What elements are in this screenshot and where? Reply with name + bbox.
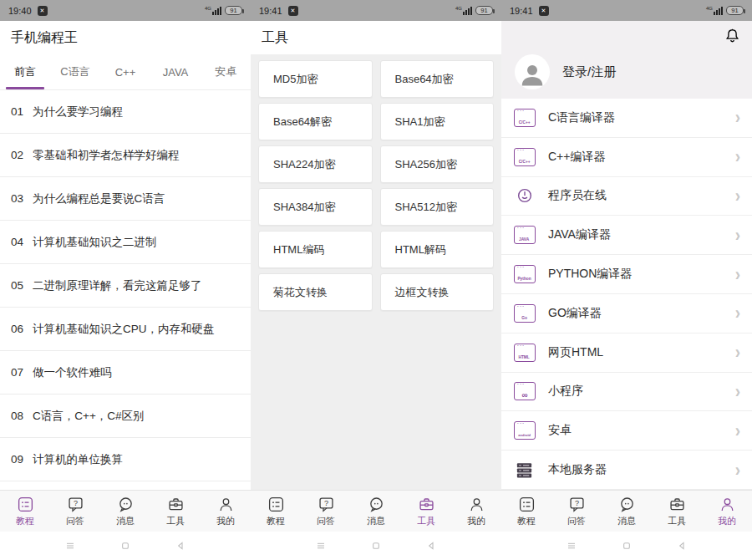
tools-list: ···C/C++ C语言编译器 › ···C/C++ C++编译器 › 程序员在… (501, 99, 752, 490)
login-register-label: 登录/注册 (562, 64, 616, 80)
briefcase-icon (418, 496, 435, 513)
bell-icon[interactable] (724, 27, 741, 44)
row-c-compiler[interactable]: ···C/C++ C语言编译器 › (501, 99, 752, 138)
nav-tools[interactable]: 工具 (652, 491, 702, 532)
tutorial-icon (267, 496, 285, 513)
status-time: 19:40 (8, 6, 32, 16)
row-go-compiler[interactable]: ···Go GO编译器 › (501, 294, 752, 333)
code-window-icon: ···Go (514, 304, 536, 323)
tab-cpp[interactable]: C++ (100, 54, 150, 89)
lesson-row[interactable]: 06计算机基础知识之CPU，内存和硬盘 (0, 308, 251, 351)
status-time: 19:41 (259, 6, 282, 16)
tool-border-text[interactable]: 边框文转换 (380, 273, 495, 311)
chevron-right-icon: › (735, 226, 740, 245)
briefcase-icon (668, 496, 686, 513)
tab-c-language[interactable]: C语言 (50, 54, 100, 89)
tab-java[interactable]: JAVA (150, 54, 201, 89)
lesson-row[interactable]: 01为什么要学习编程 (0, 90, 251, 134)
mini-program-icon: ···∞ (514, 382, 536, 400)
nav-messages[interactable]: 消息 (100, 491, 150, 532)
tool-sha512-encrypt[interactable]: SHA512加密 (380, 188, 495, 226)
nav-tools[interactable]: 工具 (150, 491, 201, 532)
login-register-row[interactable]: 登录/注册 (501, 21, 752, 89)
tool-sha384-encrypt[interactable]: SHA384加密 (258, 188, 373, 226)
status-time: 19:41 (510, 6, 533, 16)
menu-icon[interactable] (565, 539, 578, 552)
nav-messages[interactable]: 消息 (351, 491, 401, 532)
chevron-right-icon: › (735, 186, 740, 206)
chevron-right-icon: › (735, 461, 740, 480)
tool-sha224-encrypt[interactable]: SHA224加密 (258, 145, 373, 183)
tab-preface[interactable]: 前言 (0, 54, 50, 89)
lesson-row[interactable]: 04计算机基础知识之二进制 (0, 221, 251, 264)
panel-mine: 19:41 ✕ 4G 91 登录/注册 ···C/C++ C语言 (501, 0, 752, 560)
signal-icon: 4G (455, 7, 472, 15)
lesson-row[interactable]: 02零基础和初学者怎样学好编程 (0, 134, 251, 177)
nav-qa[interactable]: 问答 (50, 491, 100, 532)
home-icon[interactable] (119, 539, 132, 552)
tool-sha1-encrypt[interactable]: SHA1加密 (380, 103, 495, 140)
lesson-row[interactable]: 03为什么编程总是要说C语言 (0, 177, 251, 221)
nav-qa[interactable]: 问答 (301, 491, 351, 532)
bottom-nav: 教程 问答 消息 工具 我的 (501, 490, 752, 532)
code-window-icon: ···C/C++ (514, 109, 536, 127)
lesson-row[interactable]: 07做一个软件难吗 (0, 351, 251, 395)
row-local-server[interactable]: 本地服务器 › (501, 451, 752, 490)
row-python-compiler[interactable]: ···Python PYTHON编译器 › (501, 255, 752, 294)
notification-app-icon: ✕ (539, 6, 549, 16)
lesson-list: 01为什么要学习编程 02零基础和初学者怎样学好编程 03为什么编程总是要说C语… (0, 90, 251, 490)
status-bar: 19:41 ✕ 4G 91 (501, 0, 752, 21)
back-icon[interactable] (424, 539, 438, 552)
briefcase-icon (167, 496, 185, 513)
bottom-nav: 教程 问答 消息 工具 我的 (251, 490, 501, 532)
nav-mine[interactable]: 我的 (451, 491, 501, 532)
chevron-right-icon: › (735, 421, 740, 440)
tool-juhua-text[interactable]: 菊花文转换 (258, 273, 373, 311)
home-icon[interactable] (369, 539, 383, 552)
back-icon[interactable] (675, 539, 688, 552)
battery-icon: 91 (475, 6, 493, 15)
tool-html-decode[interactable]: HTML解码 (380, 231, 495, 268)
tutorial-icon (518, 496, 536, 513)
qa-icon (67, 496, 84, 513)
tool-base64-decrypt[interactable]: Base64解密 (258, 103, 373, 140)
row-android[interactable]: ···android 安卓 › (501, 411, 752, 451)
android-nav-bar (251, 532, 501, 560)
nav-tools[interactable]: 工具 (401, 491, 451, 532)
tool-html-encode[interactable]: HTML编码 (258, 231, 373, 268)
person-icon (217, 496, 235, 513)
row-cpp-compiler[interactable]: ···C/C++ C++编译器 › (501, 138, 752, 177)
notification-app-icon: ✕ (288, 6, 298, 16)
nav-mine[interactable]: 我的 (201, 491, 251, 532)
row-mini-program[interactable]: ···∞ 小程序 › (501, 373, 752, 412)
nav-qa[interactable]: 问答 (551, 491, 602, 532)
lesson-row[interactable]: 08C语言，C++，C#区别 (0, 395, 251, 438)
chevron-right-icon: › (735, 343, 740, 362)
nav-tutorials[interactable]: 教程 (0, 491, 50, 532)
lesson-row[interactable]: 05二进制原理详解，看完这篇足够了 (0, 264, 251, 308)
category-tabs: 前言 C语言 C++ JAVA 安卓 (0, 54, 251, 90)
battery-icon: 91 (225, 6, 242, 15)
nav-tutorials[interactable]: 教程 (501, 491, 551, 532)
nav-messages[interactable]: 消息 (602, 491, 652, 532)
tool-base64-encrypt[interactable]: Base64加密 (380, 60, 495, 98)
back-icon[interactable] (174, 539, 187, 552)
code-window-icon: ···C/C++ (514, 148, 536, 166)
android-window-icon: ···android (514, 421, 536, 440)
lesson-row[interactable]: 09计算机的单位换算 (0, 438, 251, 481)
menu-icon[interactable] (64, 539, 77, 552)
menu-icon[interactable] (314, 539, 328, 552)
row-programmer-online[interactable]: 程序员在线 › (501, 177, 752, 216)
tool-sha256-encrypt[interactable]: SHA256加密 (380, 145, 495, 183)
three-screen-composite: 19:40 ✕ 4G 91 手机编程王 前言 C语言 C++ JAVA 安卓 0… (0, 0, 752, 560)
row-java-compiler[interactable]: ···JAVA JAVA编译器 › (501, 216, 752, 255)
home-icon[interactable] (620, 539, 633, 552)
row-web-html[interactable]: ···HTML 网页HTML › (501, 333, 752, 373)
android-nav-bar (0, 532, 251, 560)
chevron-right-icon: › (735, 382, 740, 401)
tool-md5-encrypt[interactable]: MD5加密 (258, 60, 373, 98)
nav-mine[interactable]: 我的 (702, 491, 752, 532)
tab-android[interactable]: 安卓 (201, 54, 251, 89)
nav-tutorials[interactable]: 教程 (251, 491, 301, 532)
signal-icon: 4G (706, 7, 723, 15)
